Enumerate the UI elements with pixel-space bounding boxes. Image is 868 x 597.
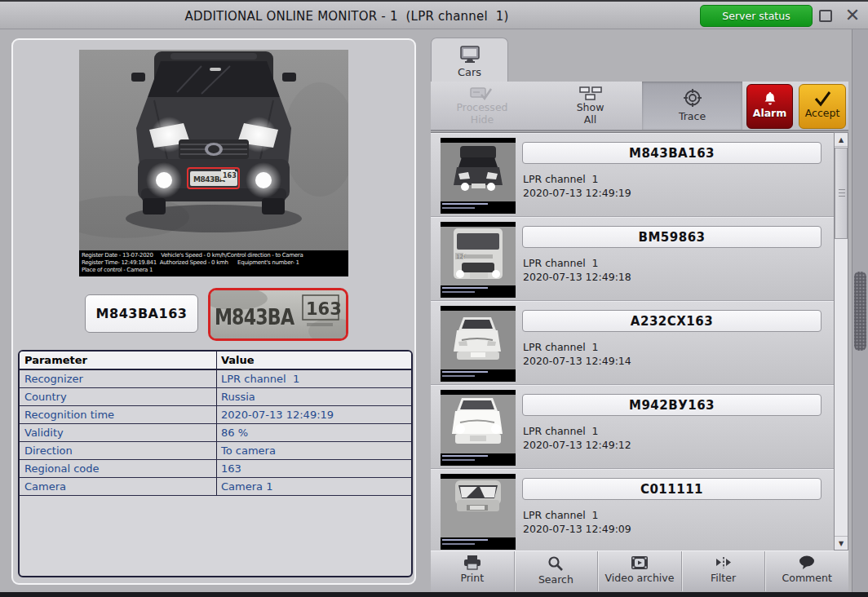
table-row: Regional code 163 <box>20 460 411 478</box>
param-label: Recognizer <box>20 370 217 387</box>
show-all-button[interactable]: Show All <box>551 86 629 126</box>
car-thumbnail <box>441 306 516 382</box>
trace-target-icon <box>683 88 702 108</box>
video-archive-icon <box>631 555 649 570</box>
tab-cars-label: Cars <box>432 66 507 78</box>
close-icon[interactable]: ✕ <box>843 5 862 26</box>
table-header-row: Parameter Value <box>20 352 411 370</box>
table-row: Camera Camera 1 <box>20 478 411 496</box>
list-scrollbar[interactable]: ▲ ▼ <box>834 132 848 551</box>
param-label: Country <box>20 388 217 405</box>
item-timestamp: 2020-07-13 12:49:19 <box>523 187 631 199</box>
param-value: Russia <box>217 388 411 405</box>
window-title: ADDITIONAL ONLINE MONITOR - 1 (LPR chann… <box>0 9 693 24</box>
photo-caption: Register Date - 13-07-2020 Vehicle's Spe… <box>79 250 348 276</box>
table-row: Validity 86 % <box>20 424 411 442</box>
alarm-button[interactable]: Alarm <box>746 84 793 129</box>
window-right-splitter <box>852 29 868 592</box>
vehicle-photo: М843ВА 163 Register Date - 13-07-2020 Ve… <box>79 50 348 276</box>
window-bottom-edge <box>0 592 868 597</box>
show-all-label-2: All <box>551 113 629 126</box>
car-thumbnail <box>441 390 516 466</box>
param-label: Validity <box>20 424 217 441</box>
param-value: LPR channel 1 <box>217 370 411 387</box>
video-archive-button[interactable]: Video archive <box>598 551 682 591</box>
plate-crop-region: 163 <box>306 299 342 319</box>
param-label: Recognition time <box>20 406 217 423</box>
lpr-monitor-window: ADDITIONAL ONLINE MONITOR - 1 (LPR chann… <box>0 0 868 597</box>
param-label: Regional code <box>20 460 217 477</box>
item-timestamp: 2020-07-13 12:49:14 <box>523 355 631 367</box>
detection-detail-panel: М843ВА 163 Register Date - 13-07-2020 Ve… <box>11 38 416 585</box>
header-value: Value <box>217 352 411 369</box>
filter-label: Filter <box>682 572 765 584</box>
item-timestamp: 2020-07-13 12:49:09 <box>523 523 631 535</box>
item-timestamp: 2020-07-13 12:49:12 <box>523 439 631 451</box>
list-item-car[interactable]: 126 ВМ59863 LPR channel 1 2020-07-13 12:… <box>431 217 834 301</box>
accept-label: Accept <box>799 107 845 119</box>
parameter-table: Parameter Value Recognizer LPR channel 1… <box>18 350 413 577</box>
param-label: Camera <box>20 478 217 495</box>
list-item-car[interactable]: М942ВУ163 LPR channel 1 2020-07-13 12:49… <box>431 385 834 469</box>
filter-icon <box>715 555 733 570</box>
scrollbar-thumb[interactable] <box>835 148 848 239</box>
cars-toolbar: Processed Hide Show All Trace <box>431 82 848 131</box>
param-label: Direction <box>20 442 217 459</box>
param-value: Camera 1 <box>217 478 411 495</box>
comment-button[interactable]: Comment <box>765 551 848 591</box>
processed-plate-check-icon <box>470 86 494 101</box>
photo-plate-main: М843ВА <box>193 175 225 184</box>
table-row: Country Russia <box>20 388 411 406</box>
scroll-up-icon[interactable]: ▲ <box>835 133 848 147</box>
splitter-grip-handle[interactable] <box>854 272 866 351</box>
accept-button[interactable]: Accept <box>799 84 846 129</box>
list-item-car[interactable]: С011111 LPR channel 1 2020-07-13 12:49:0… <box>431 469 834 551</box>
trace-button[interactable]: Trace <box>642 82 742 130</box>
processed-label-2: Hide <box>437 113 527 126</box>
plate-crop-frame: М843ВА 163 <box>208 288 348 341</box>
search-icon <box>547 555 564 572</box>
filter-button[interactable]: Filter <box>682 551 766 591</box>
show-all-label-1: Show <box>551 101 629 113</box>
actions-toolbar: Print Search Video archive <box>431 551 848 591</box>
print-button[interactable]: Print <box>431 551 515 591</box>
processed-hide-button[interactable]: Processed Hide <box>437 86 527 126</box>
recognized-plate-text: М843ВА163 <box>85 294 198 333</box>
item-plate-number: А232СХ163 <box>522 310 822 332</box>
show-all-icon <box>579 86 602 101</box>
alarm-label: Alarm <box>747 107 792 119</box>
item-channel: LPR channel 1 <box>523 341 599 353</box>
car-thumbnail <box>441 138 516 214</box>
search-button[interactable]: Search <box>515 551 599 591</box>
item-plate-number: М843ВА163 <box>522 142 822 164</box>
caption-line-1: Register Date - 13-07-2020 Vehicle's Spe… <box>82 252 346 259</box>
vehicle-photo-image: М843ВА 163 <box>79 50 348 250</box>
maximize-icon[interactable] <box>819 10 832 22</box>
list-item-car[interactable]: А232СХ163 LPR channel 1 2020-07-13 12:49… <box>431 301 834 385</box>
item-plate-number: М942ВУ163 <box>522 394 822 416</box>
caption-line-3: Place of control - Camera 1 <box>82 267 346 274</box>
plate-crop-main: М843ВА <box>215 304 294 330</box>
scroll-down-icon[interactable]: ▼ <box>835 536 848 550</box>
item-timestamp: 2020-07-13 12:49:18 <box>523 271 631 283</box>
car-thumbnail <box>441 474 516 550</box>
print-icon <box>463 555 481 570</box>
param-value: 2020-07-13 12:49:19 <box>217 406 411 423</box>
list-item-car[interactable]: М843ВА163 LPR channel 1 2020-07-13 12:49… <box>431 133 834 217</box>
item-channel: LPR channel 1 <box>523 257 599 269</box>
photo-plate-region: 163 <box>223 172 237 179</box>
table-row: Recognition time 2020-07-13 12:49:19 <box>20 406 411 424</box>
param-value: 163 <box>217 460 411 477</box>
tab-cars[interactable]: Cars <box>431 38 508 82</box>
processed-label-1: Processed <box>437 101 527 113</box>
table-row: Direction To camera <box>20 442 411 460</box>
alarm-bell-icon <box>762 91 778 107</box>
titlebar: ADDITIONAL ONLINE MONITOR - 1 (LPR chann… <box>0 0 868 29</box>
item-channel: LPR channel 1 <box>523 425 599 437</box>
header-parameter: Parameter <box>20 352 217 369</box>
caption-line-2: Register Time- 12:49:19.841 Authorized S… <box>82 259 346 267</box>
video-archive-label: Video archive <box>598 572 681 584</box>
server-status-button[interactable]: Server status <box>700 5 813 27</box>
plate-crop-image: М843ВА 163 <box>210 290 346 338</box>
comment-label: Comment <box>765 572 848 584</box>
